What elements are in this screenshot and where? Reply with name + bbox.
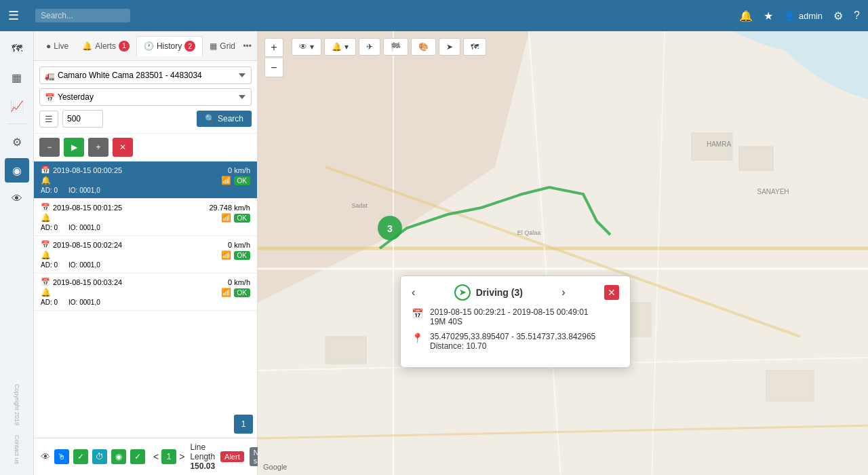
popup-close-btn[interactable]: ✕	[604, 285, 619, 300]
map-send-btn[interactable]: ✈	[359, 38, 380, 56]
calendar-icon: 📅	[41, 278, 50, 286]
left-icon-filter[interactable]: ◉	[5, 158, 29, 183]
playback-stop-btn[interactable]: ✕	[113, 138, 133, 157]
entry-ad-io: AD: 0 IO: 0001,0	[41, 187, 250, 194]
bell-entry-icon: 🔔	[41, 250, 51, 260]
user-menu[interactable]: 👤 admin	[784, 11, 823, 21]
ok-badge: OK	[234, 251, 250, 260]
entry-speed: 0 km/h	[228, 241, 250, 249]
svg-rect-16	[326, 337, 366, 364]
left-icon-settings[interactable]: ⚙	[5, 130, 29, 154]
map-flag-btn[interactable]: 🏁	[383, 38, 408, 56]
entry-speed: 29.748 km/h	[209, 204, 250, 212]
status-icon-check2[interactable]: ✓	[130, 449, 145, 464]
popup-next-btn[interactable]: ›	[561, 286, 565, 299]
settings-icon[interactable]: ⚙	[833, 10, 843, 22]
ok-badge: OK	[234, 288, 250, 297]
list-view-btn[interactable]: ☰	[39, 111, 58, 128]
main-area: 🗺 ▦ 📈 ⚙ ◉ 👁 Copyright 2019 Contact us ● …	[0, 31, 868, 475]
left-icon-chart[interactable]: 📈	[5, 94, 29, 118]
signal-icon: 📶	[221, 213, 231, 223]
vehicle-select[interactable]: Camaro White Cama 283501 - 4483034	[39, 66, 252, 84]
alerts-badge: 1	[119, 41, 130, 52]
menu-icon[interactable]: ☰	[8, 8, 19, 23]
map-layers-btn[interactable]: 🗺	[463, 38, 486, 56]
map-eye-btn[interactable]: 👁 ▾	[292, 38, 321, 56]
map-area[interactable]: 3 HAMRA SANAYEH El Qalaa Sadat + − 👁 ▾	[258, 31, 868, 475]
status-icon-teal[interactable]: ⏱	[92, 449, 107, 464]
svg-text:3: 3	[387, 223, 393, 234]
tab-alerts[interactable]: 🔔 Alerts 1	[75, 37, 136, 56]
eye-icon: 👁	[299, 42, 307, 52]
left-icon-dashboard[interactable]: ▦	[5, 65, 29, 90]
status-bar: 👁 🖱 ✓ ⏱ ◉ ✓ < 1 > Line Length 150.03 Ale…	[34, 438, 257, 475]
alert-badge: Alert	[220, 451, 244, 462]
prev-page-btn[interactable]: <	[153, 451, 159, 462]
search-button[interactable]: 🔍 Search	[197, 111, 252, 127]
svg-text:HAMRA: HAMRA	[707, 140, 731, 148]
popup-title: ➤ Driving (3)	[454, 284, 523, 301]
history-entry[interactable]: 📅 2019-08-15 00:03:24 0 km/h 🔔 📶 OK AD: …	[34, 273, 257, 311]
left-icon-map[interactable]: 🗺	[5, 37, 29, 61]
grid-icon: ▦	[210, 41, 217, 51]
line-length-label: Line Length 150.03	[190, 442, 215, 471]
entry-date: 📅 2019-08-15 00:00:25	[41, 166, 122, 174]
icon-separator	[7, 124, 27, 124]
calendar-icon: 📅	[41, 240, 50, 249]
entry-ad-io: AD: 0 IO: 0001,0	[41, 224, 250, 231]
entry-date: 📅 2019-08-15 00:02:24	[41, 240, 122, 249]
zoom-controls: + −	[264, 38, 283, 77]
entry-date: 📅 2019-08-15 00:01:25	[41, 203, 122, 212]
zoom-out-btn[interactable]: −	[264, 58, 283, 77]
layers-icon: 🗺	[471, 42, 479, 52]
entry-speed: 0 km/h	[228, 166, 250, 174]
bell-entry-icon: 🔔	[41, 176, 51, 185]
history-badge: 2	[184, 41, 195, 52]
playback-slower-btn[interactable]: −	[39, 138, 60, 157]
history-list: 📅 2019-08-15 00:00:25 0 km/h 🔔 📶 OK AD: …	[34, 162, 257, 411]
date-range-select[interactable]: Yesterday	[39, 88, 252, 106]
bell-icon: 🔔	[332, 42, 342, 52]
status-icon-green2[interactable]: ◉	[111, 449, 126, 464]
search-icon: 🔍	[205, 114, 215, 124]
bell-entry-icon: 🔔	[41, 288, 51, 297]
status-icon-blue[interactable]: 🖱	[54, 449, 69, 464]
history-entry[interactable]: 📅 2019-08-15 00:02:24 0 km/h 🔔 📶 OK AD: …	[34, 236, 257, 273]
map-bell-btn[interactable]: 🔔 ▾	[324, 38, 356, 56]
status-icon-check[interactable]: ✓	[73, 449, 88, 464]
playback-faster-btn[interactable]: +	[88, 138, 108, 157]
signal-icon: 📶	[221, 176, 231, 185]
contact-text: Contact us	[14, 435, 20, 470]
popup-prev-btn[interactable]: ‹	[412, 286, 415, 299]
tab-grid[interactable]: ▦ Grid	[203, 37, 242, 55]
help-icon[interactable]: ?	[854, 10, 860, 22]
svg-text:El Qalaa: El Qalaa	[517, 229, 541, 236]
left-icon-eye[interactable]: 👁	[5, 187, 29, 211]
history-icon: 🕐	[144, 41, 154, 51]
map-location-btn[interactable]: ➤	[439, 38, 460, 56]
svg-text:Sadat: Sadat	[351, 202, 368, 209]
history-entry[interactable]: 📅 2019-08-15 00:00:25 0 km/h 🔔 📶 OK AD: …	[34, 162, 257, 199]
next-page-btn[interactable]: >	[179, 451, 184, 462]
zoom-in-btn[interactable]: +	[264, 38, 283, 57]
notification-icon[interactable]: 🔔	[739, 10, 753, 22]
eye-status-icon[interactable]: 👁	[41, 451, 50, 462]
ok-badge: OK	[234, 214, 250, 223]
star-icon[interactable]: ★	[764, 10, 773, 22]
tab-history[interactable]: 🕐 History 2	[136, 36, 203, 56]
map-palette-btn[interactable]: 🎨	[411, 38, 436, 56]
popup-date-range: 2019-08-15 00:29:21 - 2019-08-15 00:49:0…	[430, 307, 589, 317]
more-tabs-icon[interactable]: •••	[243, 41, 252, 51]
calendar-popup-icon: 📅	[412, 308, 423, 319]
history-entry[interactable]: 📅 2019-08-15 00:01:25 29.748 km/h 🔔 📶 OK…	[34, 199, 257, 236]
signal-icon: 📶	[221, 288, 231, 297]
popup-duration: 19M 40S	[430, 317, 589, 326]
user-icon: 👤	[784, 11, 795, 21]
playback-play-btn[interactable]: ▶	[64, 138, 84, 157]
global-search-input[interactable]	[35, 9, 130, 22]
entry-speed: 0 km/h	[228, 278, 250, 286]
page-1-btn[interactable]: 1	[234, 415, 253, 434]
popup-distance: Distance: 10.70	[430, 341, 595, 351]
limit-input[interactable]	[62, 110, 103, 128]
tab-live[interactable]: ● Live	[39, 37, 75, 55]
